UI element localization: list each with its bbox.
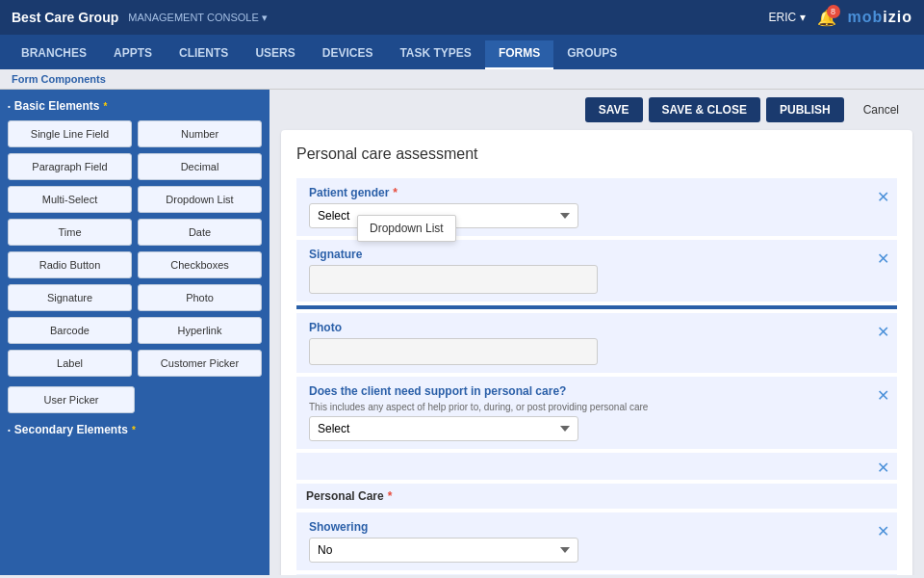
logo-mob: mob: [848, 9, 884, 25]
sub-header: Form Components: [0, 69, 924, 90]
personal-care-star: *: [388, 489, 393, 503]
empty-row-icon-1[interactable]: ✕: [877, 459, 889, 477]
top-bar: Best Care Group MANAGEMENT CONSOLE ▾ ERI…: [0, 0, 924, 35]
patient-gender-label: Patient gender *: [309, 186, 887, 199]
signature-input[interactable]: [309, 265, 598, 294]
bullet-icon: •: [8, 102, 11, 111]
cancel-button[interactable]: Cancel: [850, 97, 912, 122]
signature-label: Signature: [309, 248, 887, 261]
client-support-select[interactable]: Select: [309, 416, 578, 441]
sub-header-label: Form Components: [12, 73, 106, 85]
sidebar-btn-customer-picker[interactable]: Customer Picker: [138, 350, 262, 377]
photo-label: Photo: [309, 321, 887, 334]
sidebar-btn-label[interactable]: Label: [8, 350, 132, 377]
drop-zone-bar: [296, 305, 897, 309]
photo-input[interactable]: [309, 338, 598, 365]
nav-tab-devices[interactable]: DEVICES: [309, 40, 387, 69]
sidebar-btn-barcode[interactable]: Barcode: [8, 317, 132, 344]
photo-row: Photo ✕: [296, 313, 897, 373]
personal-care-section: Personal Care *: [296, 484, 897, 509]
bullet-icon-2: •: [8, 426, 11, 434]
client-support-sublabel: This includes any aspect of help prior t…: [309, 402, 887, 412]
signature-row: Signature ✕: [296, 240, 897, 302]
console-button[interactable]: MANAGEMENT CONSOLE ▾: [128, 12, 268, 24]
sidebar-btn-signature[interactable]: Signature: [8, 284, 132, 311]
main-layout: • Basic Elements * Single Line Field Num…: [0, 90, 924, 575]
dropdown-tooltip: Dropdown List: [357, 215, 456, 242]
nav-tab-clients[interactable]: CLIENTS: [166, 40, 242, 69]
sidebar-btn-single-line[interactable]: Single Line Field: [8, 120, 132, 147]
nav-tab-appts[interactable]: APPTS: [100, 40, 166, 69]
showering-row: Showering No ✕: [296, 512, 897, 570]
sidebar-btn-hyperlink[interactable]: Hyperlink: [138, 317, 262, 344]
showering-label: Showering: [309, 520, 887, 534]
sidebar-btn-multi-select[interactable]: Multi-Select: [8, 186, 132, 213]
client-support-remove-icon[interactable]: ✕: [877, 386, 889, 405]
top-bar-right: ERIC ▾ 🔔 8 mobizio: [769, 9, 912, 27]
sidebar-btn-time[interactable]: Time: [8, 219, 132, 246]
form-panel-title: Personal care assessment: [296, 145, 897, 163]
basic-section-title: • Basic Elements *: [8, 99, 262, 113]
client-support-label: Does the client need support in personal…: [309, 384, 887, 398]
sidebar-btn-decimal[interactable]: Decimal: [138, 153, 262, 180]
photo-remove-icon[interactable]: ✕: [877, 323, 889, 341]
signature-remove-icon[interactable]: ✕: [877, 250, 889, 268]
asterisk-icon-2: *: [132, 425, 136, 435]
user-menu[interactable]: ERIC ▾: [769, 11, 806, 24]
asterisk-icon: *: [104, 101, 108, 112]
logo: mobizio: [848, 9, 912, 26]
nav-tab-task-types[interactable]: TASK TYPES: [386, 40, 484, 69]
form-panel: Personal care assessment Patient gender …: [281, 130, 912, 575]
tooltip-label: Dropdown List: [370, 222, 444, 235]
sidebar-btn-date[interactable]: Date: [138, 219, 262, 246]
sidebar-btn-checkboxes[interactable]: Checkboxes: [138, 251, 262, 278]
nav-tab-branches[interactable]: BRANCHES: [8, 40, 100, 69]
secondary-section-title: • Secondary Elements *: [8, 423, 262, 436]
bell-badge: 8: [827, 5, 840, 18]
client-support-row: Does the client need support in personal…: [296, 377, 897, 449]
patient-gender-row: Patient gender * Select Dropdown List ✕: [296, 178, 897, 236]
sidebar-btn-photo[interactable]: Photo: [138, 284, 262, 311]
row-remove-icon[interactable]: ✕: [877, 188, 889, 206]
top-bar-left: Best Care Group MANAGEMENT CONSOLE ▾: [12, 10, 268, 25]
save-close-button[interactable]: SAVE & CLOSE: [649, 97, 760, 122]
empty-row-2: ▲ ✕: [296, 574, 897, 575]
required-star: *: [393, 186, 398, 199]
sidebar-btn-user-picker[interactable]: User Picker: [8, 386, 135, 413]
secondary-section-label: Secondary Elements: [14, 423, 128, 436]
sidebar-btn-number[interactable]: Number: [138, 120, 262, 147]
showering-select[interactable]: No: [309, 538, 578, 563]
sidebar: • Basic Elements * Single Line Field Num…: [0, 90, 270, 575]
brand-name: Best Care Group: [12, 10, 118, 25]
nav-tab-groups[interactable]: GROUPS: [553, 40, 630, 69]
save-button[interactable]: SAVE: [585, 97, 643, 122]
sidebar-btn-paragraph[interactable]: Paragraph Field: [8, 153, 132, 180]
showering-remove-icon[interactable]: ✕: [877, 522, 889, 540]
publish-button[interactable]: PUBLISH: [766, 97, 844, 122]
toolbar: SAVE SAVE & CLOSE PUBLISH Cancel: [270, 90, 924, 130]
user-picker-row: User Picker: [8, 386, 262, 413]
nav-tab-users[interactable]: USERS: [242, 40, 308, 69]
basic-elements-grid: Single Line Field Number Paragraph Field…: [8, 120, 262, 377]
content-area: SAVE SAVE & CLOSE PUBLISH Cancel Persona…: [270, 90, 924, 575]
notifications-bell[interactable]: 🔔 8: [817, 9, 836, 27]
personal-care-label: Personal Care: [306, 489, 384, 503]
sidebar-btn-radio[interactable]: Radio Button: [8, 251, 132, 278]
sidebar-btn-dropdown[interactable]: Dropdown List: [138, 186, 262, 213]
logo-izio: izio: [883, 9, 912, 25]
empty-row-1: ✕: [296, 453, 897, 480]
nav-bar: BRANCHES APPTS CLIENTS USERS DEVICES TAS…: [0, 35, 924, 69]
nav-tab-forms[interactable]: FORMS: [485, 40, 553, 69]
basic-section-label: Basic Elements: [14, 99, 100, 113]
